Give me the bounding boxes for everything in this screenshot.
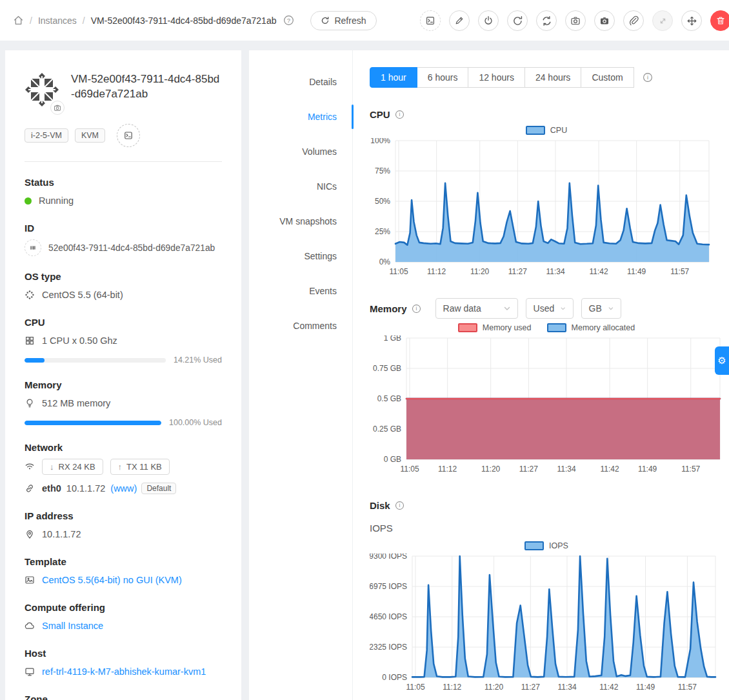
- svg-text:11:27: 11:27: [508, 267, 527, 276]
- svg-text:?: ?: [287, 17, 290, 24]
- scale-vm-button[interactable]: [652, 10, 673, 31]
- time-range-info-icon[interactable]: i: [643, 72, 653, 83]
- vm-name-title: VM-52e00f43-7911-4dc4-85bd-d69de7a721ab: [71, 72, 222, 110]
- os-type-value: CentOS 5.5 (64-bit): [42, 290, 123, 300]
- compute-offering-link[interactable]: Small Instance: [42, 621, 103, 631]
- console-shortcut-button[interactable]: [117, 124, 140, 147]
- svg-text:11:05: 11:05: [400, 465, 419, 474]
- tab-events[interactable]: Events: [249, 274, 352, 308]
- console-button[interactable]: [420, 10, 441, 31]
- legend-swatch: [547, 323, 566, 332]
- svg-text:0.75 GB: 0.75 GB: [373, 364, 401, 373]
- tab-vm-snapshots[interactable]: VM snapshots: [249, 204, 352, 239]
- barcode-icon: [25, 239, 41, 256]
- memory-chart: 1 GB0.75 GB0.5 GB0.25 GB0 GB11:0511:1211…: [370, 335, 723, 480]
- cpu-used-percent: 14.21% Used: [174, 355, 222, 365]
- legend-item-memory-allocated[interactable]: Memory allocated: [547, 323, 635, 332]
- edit-button[interactable]: [449, 10, 470, 31]
- settings-drawer-button[interactable]: ⚙: [715, 346, 729, 375]
- divider: [25, 161, 222, 162]
- svg-text:11:49: 11:49: [638, 465, 657, 474]
- breadcrumb: / Instances / VM-52e00f43-7911-4dc4-85bd…: [13, 11, 377, 30]
- svg-text:11:12: 11:12: [427, 267, 446, 276]
- iops-subtitle: IOPS: [370, 523, 723, 537]
- reboot-icon: [512, 15, 523, 26]
- console-icon: [123, 130, 134, 141]
- memory-filter-select-used[interactable]: Used: [526, 298, 574, 319]
- wifi-icon: [25, 461, 35, 472]
- reinstall-icon: [541, 15, 552, 26]
- hypervisor-tag: KVM: [75, 128, 105, 143]
- tab-volumes[interactable]: Volumes: [249, 134, 352, 169]
- breadcrumb-separator: /: [30, 15, 32, 26]
- memory-filter-select-raw-data[interactable]: Raw data: [435, 298, 518, 319]
- cpu-label: CPU: [25, 317, 222, 328]
- up-arrow-icon: ↑: [118, 462, 123, 472]
- breadcrumb-item-instances[interactable]: Instances: [38, 15, 77, 26]
- rx-button[interactable]: ↓RX 24 KB: [42, 459, 103, 475]
- time-range-1-hour[interactable]: 1 hour: [370, 67, 417, 88]
- svg-text:11:12: 11:12: [438, 465, 457, 474]
- svg-text:11:42: 11:42: [599, 683, 618, 692]
- svg-text:11:34: 11:34: [557, 683, 576, 692]
- info-icon[interactable]: i: [412, 304, 421, 314]
- svg-text:1 GB: 1 GB: [384, 335, 401, 343]
- snapshot-button[interactable]: [565, 10, 586, 31]
- time-range-6-hours[interactable]: 6 hours: [417, 67, 469, 88]
- tab-details[interactable]: Details: [249, 65, 352, 99]
- nic-ip: 10.1.1.72: [66, 483, 105, 494]
- chevron-down-icon: [608, 306, 614, 311]
- change-icon-button[interactable]: [50, 101, 65, 115]
- reinstall-button[interactable]: [536, 10, 557, 31]
- edit-icon: [454, 15, 464, 26]
- tab-nics[interactable]: NICs: [249, 169, 352, 204]
- svg-text:i: i: [399, 111, 400, 117]
- iops-chart: 89300 IOPS66975 IOPS44650 IOPS22325 IOPS…: [370, 554, 723, 698]
- help-icon[interactable]: ?: [283, 15, 294, 26]
- svg-text:50%: 50%: [375, 197, 390, 206]
- svg-text:11:05: 11:05: [389, 267, 408, 276]
- home-icon[interactable]: [13, 15, 24, 26]
- host-link[interactable]: ref-trl-4119-k-M7-abhishek-kumar-kvm1: [42, 666, 206, 677]
- template-link[interactable]: CentOS 5.5(64-bit) no GUI (KVM): [42, 575, 182, 585]
- migrate-button[interactable]: [681, 10, 702, 31]
- vm-internal-name-tag: i-2-5-VM: [25, 128, 68, 143]
- stop-button[interactable]: [478, 10, 499, 31]
- refresh-button[interactable]: Refresh: [310, 11, 376, 30]
- legend-item-cpu[interactable]: CPU: [526, 126, 567, 135]
- camera-icon: [54, 104, 61, 112]
- svg-text:0%: 0%: [379, 257, 391, 266]
- memory-filter-select-gb[interactable]: GB: [581, 298, 621, 319]
- nic-network-link[interactable]: (www): [110, 483, 137, 494]
- storage-snapshot-button[interactable]: [594, 10, 615, 31]
- tab-settings[interactable]: Settings: [249, 239, 352, 274]
- reboot-button[interactable]: [507, 10, 528, 31]
- time-range-segment: 1 hour6 hours12 hours24 hoursCustomi: [370, 67, 653, 88]
- time-range-custom[interactable]: Custom: [581, 67, 634, 88]
- time-range-12-hours[interactable]: 12 hours: [468, 67, 524, 88]
- tx-button[interactable]: ↑TX 11 KB: [110, 459, 170, 475]
- status-value: Running: [39, 195, 74, 206]
- info-icon[interactable]: i: [395, 501, 404, 510]
- os-centos-icon: [25, 290, 35, 300]
- vm-detail-panel: DetailsMetricsVolumesNICsVM snapshotsSet…: [249, 50, 729, 700]
- svg-text:11:34: 11:34: [557, 465, 575, 474]
- svg-text:11:20: 11:20: [484, 683, 503, 692]
- memory-usage-progressbar: [25, 421, 161, 425]
- svg-text:11:49: 11:49: [627, 267, 646, 276]
- tab-comments[interactable]: Comments: [249, 308, 352, 343]
- attach-iso-button[interactable]: [623, 10, 644, 31]
- breadcrumb-separator: /: [83, 15, 85, 26]
- memory-used-percent: 100.00% Used: [169, 418, 222, 427]
- legend-swatch: [524, 541, 544, 550]
- ip-address-label: IP address: [25, 510, 222, 521]
- svg-text:11:49: 11:49: [636, 683, 655, 692]
- legend-item-iops[interactable]: IOPS: [524, 541, 568, 550]
- info-icon[interactable]: i: [395, 110, 404, 119]
- compute-offering-label: Compute offering: [25, 602, 222, 613]
- tab-metrics[interactable]: Metrics: [249, 99, 352, 134]
- legend-item-memory-used[interactable]: Memory used: [458, 323, 532, 332]
- destroy-button[interactable]: [710, 10, 729, 31]
- template-image-icon: [25, 575, 35, 585]
- time-range-24-hours[interactable]: 24 hours: [524, 67, 581, 88]
